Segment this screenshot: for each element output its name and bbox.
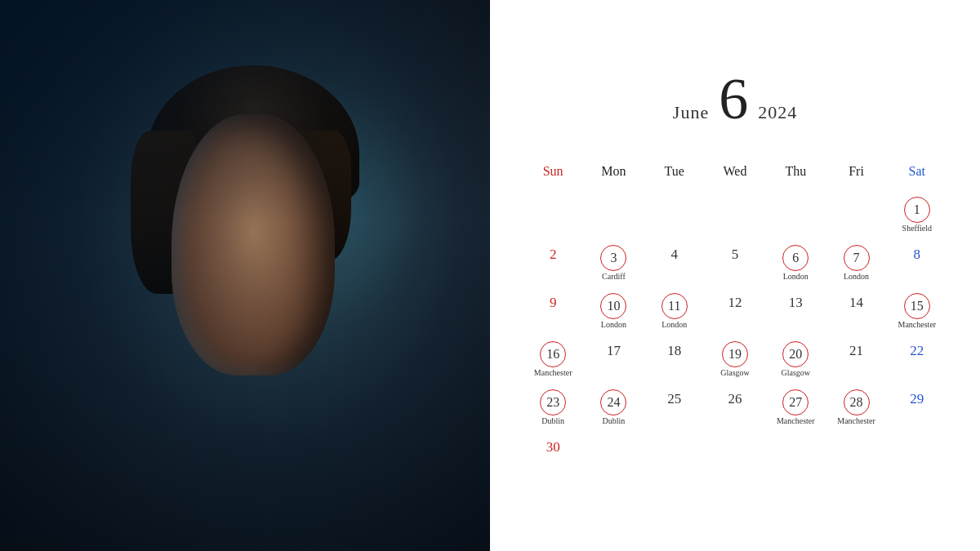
day-header-cell: Thu — [765, 158, 826, 189]
calendar-day-cell — [765, 434, 826, 477]
calendar-week-row: 16Manchester171819Glasgow20Glasgow2122 — [523, 338, 947, 381]
day-number: 1 — [904, 197, 930, 223]
day-number: 25 — [667, 389, 681, 409]
day-header-cell: Mon — [583, 158, 644, 189]
calendar-header: June 6 2024 — [673, 69, 797, 128]
day-number: 12 — [728, 293, 742, 313]
day-venue: Manchester — [837, 416, 875, 426]
calendar-day-cell — [583, 193, 644, 237]
day-header-label: Thu — [785, 161, 806, 185]
calendar-week-row: 23Cardiff456London7London8 — [523, 242, 947, 285]
day-number: 23 — [540, 389, 566, 415]
day-header-label: Sat — [909, 161, 925, 185]
day-number: 26 — [728, 389, 742, 409]
calendar-day-cell: 9 — [523, 290, 583, 333]
calendar-month: June — [673, 102, 709, 123]
calendar-day-headers: SunMonTueWedThuFriSat — [523, 158, 947, 189]
day-venue: London — [662, 320, 687, 330]
calendar-week-row: 30 — [523, 434, 947, 477]
day-venue: London — [601, 320, 626, 330]
day-number: 14 — [849, 293, 863, 313]
day-venue: London — [783, 272, 808, 282]
calendar-day-cell: 1Sheffield — [887, 193, 947, 237]
calendar-day-cell: 10London — [583, 290, 644, 333]
day-number: 11 — [662, 293, 688, 319]
day-venue: Manchester — [898, 320, 937, 330]
calendar-day-cell — [644, 434, 705, 477]
day-header-cell: Sat — [887, 158, 947, 189]
calendar-day-cell — [644, 193, 705, 237]
calendar-day-cell: 6London — [765, 242, 826, 285]
day-header-cell: Wed — [705, 158, 765, 189]
day-header-label: Wed — [724, 161, 747, 185]
day-header-label: Sun — [543, 161, 564, 185]
calendar-day-cell: 19Glasgow — [705, 338, 765, 381]
day-number: 22 — [910, 341, 924, 361]
calendar-year: 2024 — [758, 102, 797, 123]
calendar-day-cell: 17 — [583, 338, 644, 381]
calendar-grid: SunMonTueWedThuFriSat1Sheffield23Cardiff… — [523, 153, 947, 482]
calendar-day-cell: 13 — [765, 290, 826, 333]
calendar-day-cell: 18 — [644, 338, 705, 381]
day-number: 13 — [789, 293, 803, 313]
day-venue: Glasgow — [782, 368, 811, 378]
day-header-label: Tue — [665, 161, 684, 185]
day-number: 30 — [546, 438, 560, 457]
day-number: 5 — [732, 245, 739, 264]
calendar-day-cell: 14 — [826, 290, 886, 333]
calendar-day-cell: 24Dublin — [583, 386, 644, 429]
calendar-day-cell: 20Glasgow — [765, 338, 826, 381]
calendar-panel: June 6 2024 SunMonTueWedThuFriSat1Sheffi… — [490, 0, 980, 551]
calendar-day-cell: 12 — [705, 290, 765, 333]
day-header-cell: Fri — [826, 158, 886, 189]
calendar-day-cell — [887, 434, 947, 477]
calendar-day-cell: 5 — [705, 242, 765, 285]
day-number: 27 — [782, 389, 808, 415]
day-number: 9 — [550, 293, 557, 313]
day-venue: Manchester — [534, 368, 572, 378]
day-venue: Cardiff — [602, 272, 626, 282]
calendar-month-number: 6 — [719, 69, 748, 128]
day-venue: Glasgow — [720, 368, 750, 378]
day-header-cell: Sun — [523, 158, 583, 189]
calendar-day-cell — [705, 434, 765, 477]
day-number: 4 — [670, 245, 678, 264]
day-venue: Dublin — [603, 416, 626, 426]
day-header-label: Fri — [849, 161, 864, 185]
calendar-day-cell — [583, 434, 644, 477]
day-number: 18 — [667, 341, 681, 361]
calendar-day-cell: 15Manchester — [887, 290, 947, 333]
day-number: 2 — [550, 245, 557, 264]
day-number: 10 — [600, 293, 626, 319]
day-number: 17 — [607, 341, 621, 361]
day-header-cell: Tue — [644, 158, 705, 189]
day-number: 8 — [914, 245, 921, 264]
calendar-day-cell: 26 — [705, 386, 765, 429]
calendar-day-cell — [826, 193, 886, 237]
calendar-day-cell: 21 — [826, 338, 886, 381]
calendar-day-cell: 16Manchester — [523, 338, 583, 381]
calendar-day-cell: 3Cardiff — [583, 242, 644, 285]
day-number: 3 — [600, 245, 626, 271]
day-header-label: Mon — [601, 161, 626, 185]
calendar-day-cell: 28Manchester — [826, 386, 886, 429]
calendar-day-cell: 29 — [887, 386, 947, 429]
calendar-day-cell: 8 — [887, 242, 947, 285]
calendar-day-cell: 23Dublin — [523, 386, 583, 429]
calendar-week-row: 1Sheffield — [523, 193, 947, 237]
photo-panel — [0, 0, 490, 551]
day-number: 20 — [782, 341, 808, 367]
calendar-day-cell: 4 — [644, 242, 705, 285]
day-number: 7 — [844, 245, 870, 271]
day-number: 21 — [849, 341, 863, 361]
day-number: 15 — [904, 293, 930, 319]
calendar-day-cell: 22 — [887, 338, 947, 381]
calendar-day-cell: 27Manchester — [765, 386, 826, 429]
calendar-day-cell: 7London — [826, 242, 886, 285]
calendar-day-cell: 30 — [523, 434, 583, 477]
day-number: 24 — [600, 389, 626, 415]
day-number: 28 — [844, 389, 870, 415]
day-venue: Sheffield — [902, 224, 932, 233]
calendar-day-cell — [826, 434, 886, 477]
calendar-day-cell: 25 — [644, 386, 705, 429]
